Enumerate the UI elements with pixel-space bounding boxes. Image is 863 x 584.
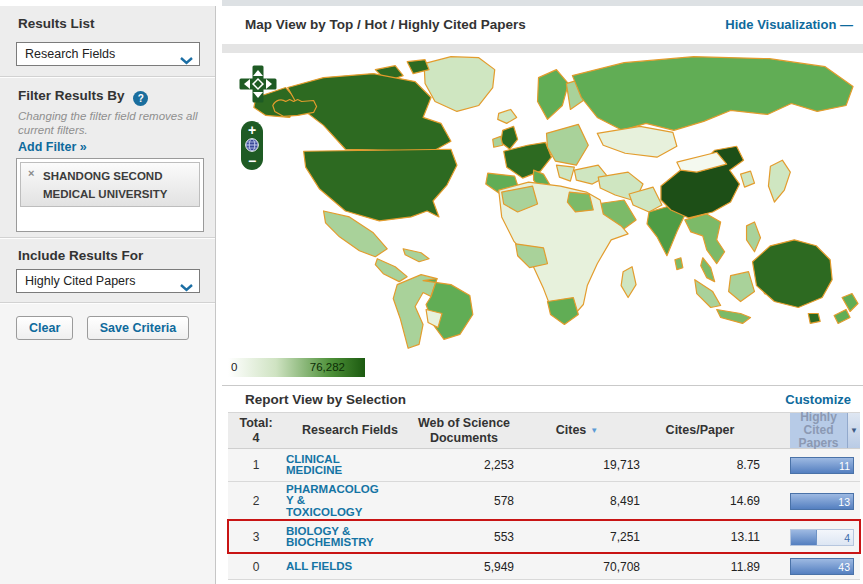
actions-section: Clear Save Criteria <box>0 304 215 584</box>
cpp-cell: 14.69 <box>640 494 760 508</box>
region-west-africa[interactable] <box>516 244 548 268</box>
report-table: Total: 4 Research Fields Web of Science … <box>228 412 860 580</box>
add-filter-link[interactable]: Add Filter » <box>18 140 87 154</box>
country-new-zealand[interactable] <box>842 294 858 312</box>
hcp-bar: 11 <box>790 457 854 474</box>
island-sumatra[interactable] <box>695 280 721 308</box>
filter-by-section: Filter Results By ? Changing the filter … <box>0 78 215 238</box>
field-link[interactable]: PHARMACOLOGY & TOXICOLOGY <box>286 484 384 519</box>
zoom-out-button[interactable]: − <box>241 154 263 168</box>
customize-link[interactable]: Customize <box>785 392 851 407</box>
remove-filter-icon[interactable]: × <box>28 167 34 179</box>
hcp-bar-cell: 11 <box>790 457 860 474</box>
results-list-select[interactable]: Research Fields <box>16 42 200 66</box>
total-count: 4 <box>253 431 260 445</box>
country-russia[interactable] <box>572 57 853 131</box>
region-central-asia[interactable] <box>597 126 677 157</box>
hcp-value: 4 <box>844 532 850 544</box>
help-icon[interactable]: ? <box>133 91 148 106</box>
cpp-cell: 11.89 <box>640 560 760 574</box>
table-row-highlighted: 3 BIOLOGY & BIOCHEMISTRY 553 7,251 13.11… <box>228 521 860 554</box>
island-java[interactable] <box>717 309 751 323</box>
wos-cell: 578 <box>414 494 514 508</box>
hide-visualization-label: Hide Visualization <box>725 17 836 32</box>
clear-button[interactable]: Clear <box>16 316 73 340</box>
filter-note: Changing the filter field removes all cu… <box>18 109 204 138</box>
zoom-control[interactable]: + − <box>241 121 263 170</box>
rank-cell: 1 <box>228 458 284 472</box>
active-filters-box: × SHANDONG SECOND MEDICAL UNIVERSITY <box>16 158 204 232</box>
cites-cell: 70,708 <box>514 560 640 574</box>
zoom-in-button[interactable]: + <box>241 123 263 137</box>
rank-cell: 2 <box>228 494 284 508</box>
filter-by-heading: Filter Results By ? <box>18 88 148 106</box>
country-usa[interactable] <box>304 149 457 221</box>
filter-chip[interactable]: × SHANDONG SECOND MEDICAL UNIVERSITY <box>20 162 200 207</box>
field-link[interactable]: CLINICAL MEDICINE <box>286 454 384 477</box>
island-tasmania[interactable] <box>808 313 820 323</box>
highly-cited-header-cell[interactable]: Highly Cited Papers <box>790 413 847 448</box>
minus-icon: — <box>840 17 853 32</box>
filter-by-label: Filter Results By <box>18 88 125 103</box>
world-map[interactable] <box>228 53 860 353</box>
country-madagascar[interactable] <box>621 267 636 298</box>
column-menu-button[interactable]: ▼ <box>847 413 860 448</box>
wos-cell: 5,949 <box>414 560 514 574</box>
filter-chip-label: SHANDONG SECOND MEDICAL UNIVERSITY <box>43 170 167 200</box>
region-balkans[interactable] <box>556 165 574 181</box>
table-header-row: Total: 4 Research Fields Web of Science … <box>228 412 860 449</box>
country-philippines[interactable] <box>747 222 761 252</box>
column-header-cites-per-paper: Cites/Paper <box>640 413 760 448</box>
hcp-bar-cell: 4 <box>790 529 860 546</box>
cites-cell: 7,251 <box>514 530 640 544</box>
legend-min: 0 <box>231 361 237 373</box>
include-results-select[interactable]: Highly Cited Papers <box>16 269 200 293</box>
country-uk[interactable] <box>501 126 518 149</box>
column-header-cites-sorted[interactable]: Cites ▼ <box>514 413 640 448</box>
hcp-bar: 4 <box>790 529 854 546</box>
island-borneo[interactable] <box>729 272 755 302</box>
country-south-africa[interactable] <box>547 298 578 325</box>
hcp-bar: 43 <box>790 558 854 575</box>
map-title: Map View by Top / Hot / Highly Cited Pap… <box>245 17 526 32</box>
country-japan[interactable] <box>768 160 790 202</box>
country-sri-lanka[interactable] <box>675 258 683 270</box>
wos-cell: 553 <box>414 530 514 544</box>
include-results-heading: Include Results For <box>18 248 143 263</box>
button-row: Clear Save Criteria <box>16 316 198 340</box>
filter-sidebar: Results List Research Fields Filter Resu… <box>0 6 216 584</box>
map-header-strip <box>222 44 863 53</box>
cites-label: Cites <box>556 423 587 437</box>
report-header: Report View by Selection Customize <box>222 386 863 412</box>
region-malay-peninsula[interactable] <box>701 258 715 282</box>
cites-cell: 19,713 <box>514 458 640 472</box>
country-iceland[interactable] <box>498 109 517 123</box>
hcp-value: 13 <box>838 496 850 508</box>
region-eastern-europe[interactable] <box>546 124 588 165</box>
country-australia[interactable] <box>753 240 833 308</box>
save-criteria-button[interactable]: Save Criteria <box>87 316 189 340</box>
country-korea[interactable] <box>741 171 755 187</box>
country-ireland[interactable] <box>493 136 503 147</box>
region-southeast-asia[interactable] <box>685 214 725 264</box>
results-list-selected-value: Research Fields <box>25 47 115 61</box>
field-link[interactable]: ALL FIELDS <box>286 561 384 573</box>
total-label: Total: <box>239 416 272 430</box>
map-view: + − 0 76,282 <box>222 53 863 385</box>
country-greenland[interactable] <box>424 57 495 112</box>
pan-control[interactable] <box>239 65 277 107</box>
rank-cell: 0 <box>228 560 284 574</box>
table-row: 2 PHARMACOLOGY & TOXICOLOGY 578 8,491 14… <box>228 482 860 521</box>
region-scandinavia[interactable] <box>538 70 569 120</box>
region-caribbean[interactable] <box>403 249 429 262</box>
chevron-down-icon <box>180 51 193 69</box>
include-results-selected-value: Highly Cited Papers <box>25 274 135 288</box>
region-central-america[interactable] <box>375 259 407 282</box>
field-link[interactable]: BIOLOGY & BIOCHEMISTRY <box>286 526 384 549</box>
table-row: 1 CLINICAL MEDICINE 2,253 19,713 8.75 11 <box>228 449 860 482</box>
sort-desc-icon: ▼ <box>590 426 598 435</box>
map-header: Map View by Top / Hot / Highly Cited Pap… <box>222 6 863 44</box>
country-new-zealand[interactable] <box>834 309 850 323</box>
hcp-bar: 13 <box>790 493 854 510</box>
hide-visualization-link[interactable]: Hide Visualization — <box>725 17 853 32</box>
